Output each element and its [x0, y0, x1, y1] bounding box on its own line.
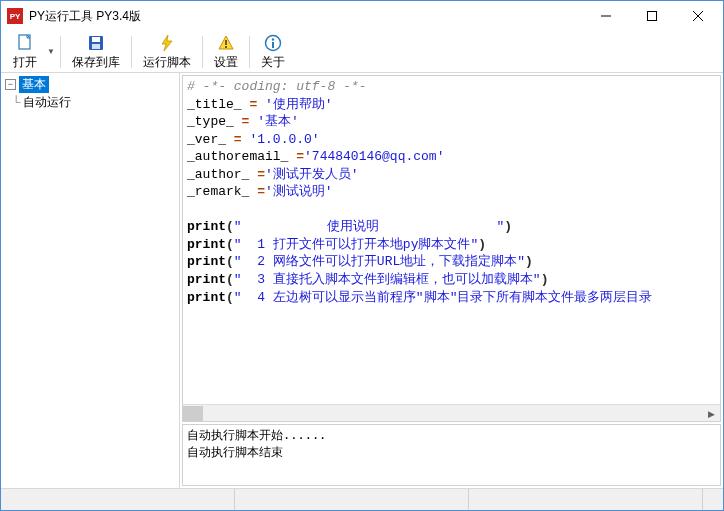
output-line: 自动执行脚本结束 — [187, 444, 716, 461]
app-window: PY PY运行工具 PY3.4版 打开 ▼ 保存到库 运行脚本 设置 — [0, 0, 724, 511]
open-button[interactable]: 打开 — [5, 31, 45, 73]
open-label: 打开 — [13, 54, 37, 71]
separator — [249, 36, 250, 68]
about-button[interactable]: 关于 — [253, 31, 293, 73]
scrollbar-thumb[interactable] — [183, 406, 203, 421]
output-panel[interactable]: 自动执行脚本开始...... 自动执行脚本结束 — [182, 424, 721, 486]
separator — [131, 36, 132, 68]
maximize-button[interactable] — [629, 1, 675, 31]
settings-button[interactable]: 设置 — [206, 31, 246, 73]
sidebar-tree[interactable]: − 基本 └ 自动运行 — [1, 73, 180, 488]
tree-root-label: 基本 — [19, 76, 49, 93]
horizontal-scrollbar[interactable]: ▶ — [183, 404, 720, 421]
editor-container: # -*- coding: utf-8 -*- _title_ = '使用帮助'… — [182, 75, 721, 422]
tree-connector-icon: └ — [9, 95, 23, 109]
warning-icon — [216, 33, 236, 53]
tree-root[interactable]: − 基本 — [3, 75, 177, 93]
save-button[interactable]: 保存到库 — [64, 31, 128, 73]
info-icon — [263, 33, 283, 53]
svg-point-11 — [272, 38, 274, 40]
status-cell — [1, 489, 235, 510]
separator — [202, 36, 203, 68]
svg-rect-12 — [272, 42, 274, 48]
settings-label: 设置 — [214, 54, 238, 71]
window-controls — [583, 1, 721, 31]
file-icon — [15, 33, 35, 53]
code-editor[interactable]: # -*- coding: utf-8 -*- _title_ = '使用帮助'… — [183, 76, 720, 404]
scroll-right-icon[interactable]: ▶ — [703, 405, 720, 422]
resize-grip[interactable] — [703, 489, 723, 510]
save-label: 保存到库 — [72, 54, 120, 71]
tree-child[interactable]: └ 自动运行 — [3, 93, 177, 111]
separator — [60, 36, 61, 68]
run-label: 运行脚本 — [143, 54, 191, 71]
main-panel: # -*- coding: utf-8 -*- _title_ = '使用帮助'… — [180, 73, 723, 488]
svg-rect-1 — [648, 12, 657, 21]
app-icon: PY — [7, 8, 23, 24]
svg-rect-7 — [92, 44, 100, 49]
run-button[interactable]: 运行脚本 — [135, 31, 199, 73]
toolbar: 打开 ▼ 保存到库 运行脚本 设置 关于 — [1, 31, 723, 73]
minimize-button[interactable] — [583, 1, 629, 31]
save-icon — [86, 33, 106, 53]
statusbar — [1, 488, 723, 510]
expand-icon[interactable]: − — [5, 79, 16, 90]
tree-child-label: 自动运行 — [23, 94, 71, 111]
open-dropdown[interactable]: ▼ — [45, 33, 57, 71]
titlebar: PY PY运行工具 PY3.4版 — [1, 1, 723, 31]
window-title: PY运行工具 PY3.4版 — [29, 8, 583, 25]
content-area: − 基本 └ 自动运行 # -*- coding: utf-8 -*- _tit… — [1, 73, 723, 488]
code-comment: # -*- coding: utf-8 -*- — [187, 79, 366, 94]
status-cell — [235, 489, 469, 510]
lightning-icon — [157, 33, 177, 53]
about-label: 关于 — [261, 54, 285, 71]
svg-point-9 — [225, 46, 227, 48]
output-line: 自动执行脚本开始...... — [187, 427, 716, 444]
close-button[interactable] — [675, 1, 721, 31]
svg-rect-6 — [92, 37, 100, 42]
status-cell — [469, 489, 703, 510]
